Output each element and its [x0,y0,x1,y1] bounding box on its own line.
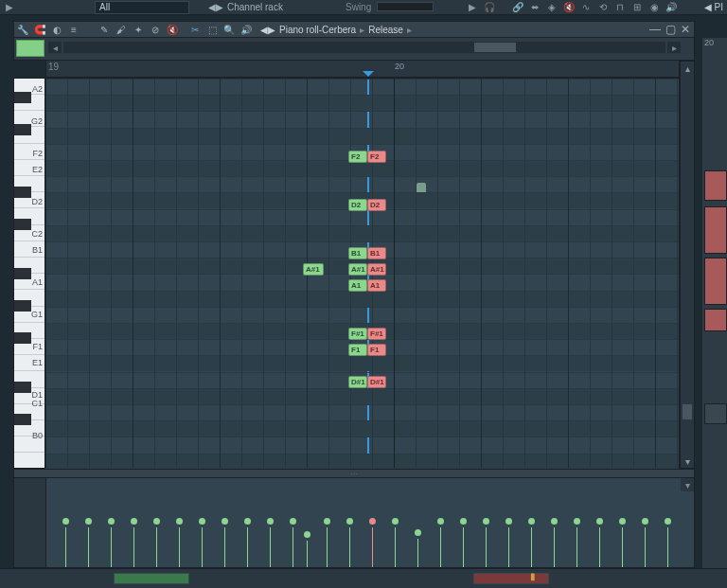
black-key[interactable] [14,268,31,279]
velocity-bar[interactable] [395,527,396,567]
midi-note[interactable]: D#1 [348,376,367,388]
velocity-bar[interactable] [307,541,308,567]
velocity-bar[interactable] [508,527,509,567]
spray-icon[interactable]: ✦ [131,22,146,37]
wrench-icon[interactable]: 🔧 [15,22,30,37]
velocity-handle[interactable] [199,518,205,525]
clip-preview[interactable] [704,309,727,331]
count-icon[interactable]: ⟲ [595,0,611,13]
velocity-handle[interactable] [437,518,444,525]
velocity-handle[interactable] [460,518,467,525]
velocity-bar[interactable] [599,527,600,567]
pattern-selector[interactable]: All [95,1,189,14]
velocity-handle[interactable] [346,518,353,525]
velocity-pane[interactable]: ▾ [13,478,695,568]
play-icon[interactable]: ▶ [2,1,17,14]
midi-note[interactable]: F#1 [348,328,367,340]
midi-note[interactable]: D2 [348,199,367,211]
brush-icon[interactable]: 🖌 [114,22,129,37]
black-key[interactable] [14,332,31,344]
scroll-up-button[interactable]: ▴ [681,62,694,75]
velocity-bar[interactable] [111,527,112,567]
piano-keys[interactable]: A2G2F2E2D2C2B1A1G1F1E1D1C1B0 [13,78,45,469]
velocity-handle[interactable] [62,518,69,525]
midi-note[interactable]: F2 [367,151,386,163]
velocity-handle[interactable] [483,518,489,525]
velocity-bar[interactable] [440,527,441,567]
velocity-handle[interactable] [505,518,512,525]
magnet-icon[interactable]: 🧲 [32,22,47,37]
step-icon[interactable]: ⊞ [629,0,645,13]
velocity-bar[interactable] [554,527,555,567]
velocity-bar[interactable] [270,527,271,567]
snap-icon[interactable]: ◐ [49,22,64,37]
velocity-divider[interactable]: ⋯ [13,469,695,478]
velocity-bar[interactable] [372,527,373,567]
slice-icon[interactable]: ✂ [187,22,203,37]
midi-note[interactable]: A#1 [367,263,386,276]
velocity-bar[interactable] [622,527,623,567]
velocity-area[interactable] [46,478,681,567]
midi-note[interactable]: A#1 [303,263,324,276]
zoom-icon[interactable]: 🔍 [222,22,237,37]
midi-note[interactable]: F1 [367,344,386,356]
velocity-bar[interactable] [576,527,577,567]
hscroll-thumb[interactable] [474,43,516,52]
stamp-icon[interactable]: ✎ [97,22,112,37]
white-key[interactable] [14,454,44,470]
clip-preview[interactable] [704,403,727,424]
midi-note[interactable]: B1 [367,247,386,259]
black-key[interactable] [14,382,31,393]
velocity-handle[interactable] [528,518,535,525]
velocity-bar[interactable] [179,527,180,567]
clip-preview[interactable] [704,258,727,305]
headphones-icon[interactable]: 🎧 [482,0,497,13]
velocity-handle[interactable] [222,518,228,525]
velocity-bar[interactable] [667,527,668,567]
link-icon[interactable]: 🔗 [510,0,525,13]
track-prev-icon[interactable]: ◀▶ [260,25,275,35]
velocity-handle[interactable] [415,529,421,536]
velocity-handle[interactable] [369,518,376,525]
velocity-handle[interactable] [267,518,274,525]
scroll-left-button[interactable]: ◂ [48,42,62,53]
black-key[interactable] [14,92,31,103]
clip-preview[interactable] [704,206,727,254]
loop-icon[interactable]: ⊓ [612,0,628,13]
velocity-handle[interactable] [392,518,399,525]
scroll-right-button[interactable]: ▸ [667,42,681,53]
velocity-bar[interactable] [65,527,66,567]
scroll-down-button[interactable]: ▾ [681,454,694,468]
metronome-icon[interactable]: ◈ [544,0,559,13]
play-notes-icon[interactable]: 🔊 [239,22,254,37]
record-icon[interactable]: ◉ [647,0,662,13]
clip-segment[interactable] [114,573,189,584]
velocity-handle[interactable] [304,531,310,538]
midi-note[interactable]: F1 [348,344,367,356]
velocity-bar[interactable] [486,527,487,567]
velocity-bar[interactable] [531,527,532,567]
play-icon[interactable]: ▶ [465,0,480,13]
midi-note[interactable]: A1 [348,279,367,292]
velocity-bar[interactable] [156,527,157,567]
black-key[interactable] [14,187,31,198]
velocity-bar[interactable] [202,527,203,567]
velocity-bar[interactable] [293,527,293,567]
black-key[interactable] [14,414,31,425]
velocity-handle[interactable] [176,518,183,525]
velocity-handle[interactable] [85,518,92,525]
velocity-handle[interactable] [619,518,626,525]
channel-rack-button[interactable]: ◀▶ Channel rack [208,1,331,14]
velocity-bar[interactable] [463,527,464,567]
velocity-handle[interactable] [108,518,115,525]
midi-note[interactable]: D2 [367,199,386,211]
velocity-bar[interactable] [88,527,89,567]
select-icon[interactable]: ⬚ [204,22,220,37]
vscroll-thumb[interactable] [683,404,692,419]
velocity-handle[interactable] [665,518,671,525]
midi-note[interactable]: D#1 [367,376,386,388]
black-key[interactable] [14,124,31,135]
velocity-handle[interactable] [290,518,296,525]
velocity-handle[interactable] [244,518,251,525]
midi-note[interactable]: F2 [348,151,367,163]
